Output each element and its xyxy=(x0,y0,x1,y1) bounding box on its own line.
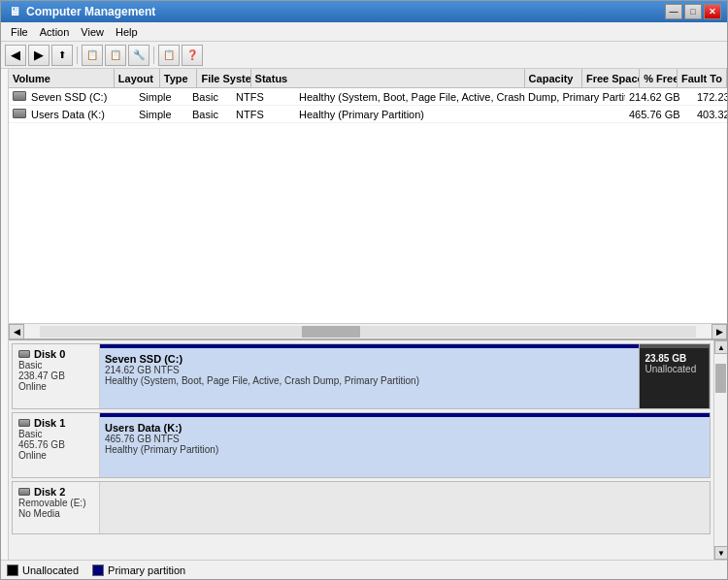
partition-1-topbar xyxy=(640,344,709,348)
partition-0-main: Seven SSD (C:) 214.62 GB NTFS Healthy (S… xyxy=(105,353,634,386)
legend-unallocated: Unallocated xyxy=(7,564,79,576)
partition-2-main: Users Data (K:) 465.76 GB NTFS Healthy (… xyxy=(105,422,705,455)
toolbar-sep2 xyxy=(153,47,154,64)
vscroll-up-arrow[interactable]: ▲ xyxy=(714,340,727,354)
cell-status-0: Healthy (System, Boot, Page File, Active… xyxy=(295,90,625,104)
disk-icon xyxy=(13,109,26,118)
vscroll-track[interactable] xyxy=(714,354,727,546)
menu-help[interactable]: Help xyxy=(110,24,144,40)
disk-1-type: Basic xyxy=(18,429,93,439)
col-header-fs[interactable]: File System xyxy=(197,69,250,87)
disk-area: Disk 0 Basic 238.47 GB Online Seven xyxy=(9,340,727,560)
cell-freespace-0: 172.23 GB xyxy=(693,90,727,104)
disk-0-label: Disk 0 Basic 238.47 GB Online xyxy=(13,344,100,408)
disk-0-status: Online xyxy=(18,381,93,392)
cell-freespace-1: 403.32 GB xyxy=(693,108,727,121)
disk-icon xyxy=(18,350,30,358)
table-row[interactable]: Users Data (K:) Simple Basic NTFS Health… xyxy=(9,106,727,123)
volume-list: Volume Layout Type File System Status Ca… xyxy=(9,69,727,340)
cell-type-0: Basic xyxy=(188,90,232,104)
horizontal-scrollbar[interactable]: ◀ ▶ xyxy=(9,323,727,338)
disk-2-type: Removable (E:) xyxy=(18,498,93,508)
disk-1-partitions: Users Data (K:) 465.76 GB NTFS Healthy (… xyxy=(100,413,710,477)
maximize-button[interactable]: □ xyxy=(684,4,702,19)
col-header-type[interactable]: Type xyxy=(160,69,198,87)
refresh-button[interactable]: 🔧 xyxy=(128,45,149,66)
title-bar: 🖥 Computer Management — □ ✕ xyxy=(1,1,727,22)
menu-bar: File Action View Help xyxy=(1,22,727,42)
legend-primary: Primary partition xyxy=(92,564,185,576)
disk-2-name: Disk 2 xyxy=(18,486,93,498)
right-panel: Volume Layout Type File System Status Ca… xyxy=(9,69,727,560)
hscroll-thumb[interactable] xyxy=(302,326,360,338)
cell-status-1: Healthy (Primary Partition) xyxy=(295,108,625,121)
vscroll-down-arrow[interactable]: ▼ xyxy=(714,546,727,560)
disk-0-size: 238.47 GB xyxy=(18,371,93,381)
col-header-capacity[interactable]: Capacity xyxy=(525,69,582,87)
disk-1-size: 465.76 GB xyxy=(18,439,93,450)
disk-1-name: Disk 1 xyxy=(18,417,93,429)
col-header-layout[interactable]: Layout xyxy=(115,69,160,87)
status-bar: Unallocated Primary partition xyxy=(1,560,727,579)
partition-0-topbar xyxy=(100,344,639,348)
disk-0-partition-0[interactable]: Seven SSD (C:) 214.62 GB NTFS Healthy (S… xyxy=(100,344,640,408)
up-button[interactable]: ⬆ xyxy=(51,45,73,66)
hscroll-right-arrow[interactable]: ▶ xyxy=(711,324,727,339)
window-controls: — □ ✕ xyxy=(665,4,721,19)
disk-icon xyxy=(18,419,30,427)
col-header-volume[interactable]: Volume xyxy=(9,69,115,87)
app-icon: 🖥 xyxy=(7,4,22,19)
hscroll-track[interactable] xyxy=(40,326,696,338)
help-button[interactable]: ❓ xyxy=(182,45,203,66)
disk-1-status: Online xyxy=(18,450,93,461)
minimize-button[interactable]: — xyxy=(665,4,682,19)
legend-box-primary xyxy=(92,564,104,576)
disk-2-partitions xyxy=(100,482,710,533)
disk-2-status: No Media xyxy=(18,508,93,519)
forward-button[interactable]: ▶ xyxy=(28,45,50,66)
vertical-scrollbar[interactable]: ▲ ▼ xyxy=(713,340,727,560)
disk-0-partitions: Seven SSD (C:) 214.62 GB NTFS Healthy (S… xyxy=(100,344,710,408)
export-button[interactable]: 📋 xyxy=(158,45,180,66)
col-header-status[interactable]: Status xyxy=(251,69,525,87)
main-content: Volume Layout Type File System Status Ca… xyxy=(1,69,727,560)
disk-icon xyxy=(13,91,26,101)
col-header-faultto[interactable]: Fault To xyxy=(678,69,727,87)
disk-2-label: Disk 2 Removable (E:) No Media xyxy=(13,482,100,533)
cell-layout-0: Simple xyxy=(135,90,188,104)
cell-type-1: Basic xyxy=(188,108,232,121)
partition-2-topbar xyxy=(100,413,710,417)
vscroll-thumb[interactable] xyxy=(715,364,726,393)
list-header: Volume Layout Type File System Status Ca… xyxy=(9,69,727,88)
cell-layout-1: Simple xyxy=(135,108,188,121)
disk-0-type: Basic xyxy=(18,360,93,371)
partition-1-main: 23.85 GB Unallocated xyxy=(645,353,704,374)
disk-1-partition-0[interactable]: Users Data (K:) 465.76 GB NTFS Healthy (… xyxy=(100,413,710,477)
table-row[interactable]: Seven SSD (C:) Simple Basic NTFS Healthy… xyxy=(9,88,727,106)
disk-1-label: Disk 1 Basic 465.76 GB Online xyxy=(13,413,100,477)
menu-view[interactable]: View xyxy=(75,24,110,40)
disk-0-name: Disk 0 xyxy=(18,348,93,360)
cell-volume-1: Users Data (K:) xyxy=(9,108,135,121)
disk-view: Disk 0 Basic 238.47 GB Online Seven xyxy=(9,340,713,554)
col-header-freepct[interactable]: % Free xyxy=(640,69,678,87)
disk-icon xyxy=(18,488,30,496)
disk-row-0: Disk 0 Basic 238.47 GB Online Seven xyxy=(12,343,711,409)
cell-capacity-1: 465.76 GB xyxy=(625,108,693,121)
window-title: Computer Management xyxy=(26,5,665,18)
hscroll-left-arrow[interactable]: ◀ xyxy=(9,324,24,339)
tree-panel xyxy=(1,69,9,560)
disk-0-partition-1[interactable]: 23.85 GB Unallocated xyxy=(640,344,710,408)
disk-row-1: Disk 1 Basic 465.76 GB Online Users Data… xyxy=(12,412,711,478)
menu-action[interactable]: Action xyxy=(34,24,76,40)
show-hide-button[interactable]: 📋 xyxy=(82,45,103,66)
menu-file[interactable]: File xyxy=(5,24,34,40)
disk-row-2: Disk 2 Removable (E:) No Media xyxy=(12,481,711,534)
cell-fs-1: NTFS xyxy=(232,108,295,121)
back-button[interactable]: ◀ xyxy=(5,45,26,66)
col-header-freespace[interactable]: Free Space xyxy=(582,69,640,87)
properties-button[interactable]: 📋 xyxy=(105,45,126,66)
legend-box-unallocated xyxy=(7,564,18,576)
cell-volume-0: Seven SSD (C:) xyxy=(9,90,135,104)
close-button[interactable]: ✕ xyxy=(704,4,721,19)
